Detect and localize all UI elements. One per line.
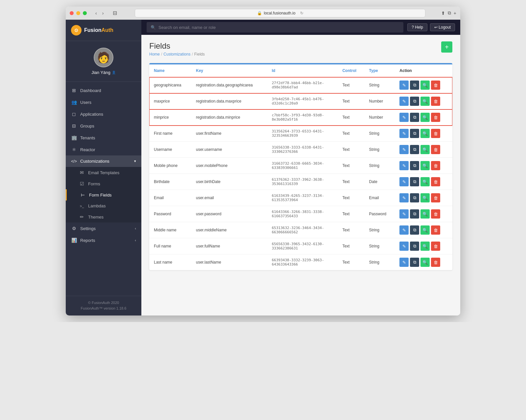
add-field-button[interactable]: +	[441, 41, 452, 53]
share-icon[interactable]: ⬆	[441, 10, 445, 16]
delete-button[interactable]: 🗑	[431, 177, 440, 186]
delete-button[interactable]: 🗑	[431, 209, 440, 219]
edit-button[interactable]: ✎	[399, 161, 409, 170]
reload-icon[interactable]: ↻	[300, 11, 303, 15]
copy-button[interactable]: ⧉	[410, 209, 419, 219]
sidebar-item-groups[interactable]: ⊟ Groups	[66, 120, 141, 132]
cell-type: String	[365, 142, 395, 158]
search-button[interactable]: 🔍	[420, 193, 430, 202]
delete-button[interactable]: 🗑	[431, 113, 440, 122]
col-type: Type	[365, 64, 395, 77]
search-button[interactable]: 🔍	[420, 161, 430, 170]
sidebar-item-tenants[interactable]: 🏢 Tenants	[66, 132, 141, 144]
delete-button[interactable]: 🗑	[431, 225, 440, 235]
search-button[interactable]: 🔍	[420, 258, 430, 267]
edit-button[interactable]: ✎	[399, 177, 409, 186]
sidebar-subitem-forms[interactable]: ☑ Forms	[66, 178, 141, 189]
titlebar: ‹ › ⊟ 🔒 local.fusionauth.io ↻ ⬆ ⧉ +	[66, 7, 460, 20]
breadcrumb-home[interactable]: Home	[149, 52, 160, 57]
copy-button[interactable]: ⧉	[410, 242, 419, 251]
topbar-buttons: ? Help ↩ Logout	[407, 23, 455, 31]
add-tab-icon[interactable]: +	[454, 10, 456, 16]
copy-button[interactable]: ⧉	[410, 225, 419, 235]
sidebar-item-dashboard[interactable]: ⊞ Dashboard	[66, 84, 141, 96]
action-buttons: ✎⧉🔍🗑	[399, 145, 448, 154]
cell-control: Text	[338, 158, 364, 174]
copy-button[interactable]: ⧉	[410, 145, 419, 154]
action-buttons: ✎⧉🔍🗑	[399, 209, 448, 219]
help-button[interactable]: ? Help	[407, 23, 427, 31]
copy-button[interactable]: ⧉	[410, 193, 419, 202]
sidebar-item-customizations[interactable]: </> Customizations ▾	[66, 155, 141, 167]
search-button[interactable]: 🔍	[420, 209, 430, 219]
edit-button[interactable]: ✎	[399, 97, 409, 106]
copy-button[interactable]: ⧉	[410, 113, 419, 122]
edit-button[interactable]: ✎	[399, 258, 409, 267]
cell-id: 3fb4d250-7c46-45b1-b476- d32d6c1c20a9	[267, 93, 338, 109]
cell-name: First name	[149, 126, 191, 142]
copy-button[interactable]: ⧉	[410, 258, 419, 267]
edit-button[interactable]: ✎	[399, 225, 409, 235]
edit-button[interactable]: ✎	[399, 129, 409, 138]
search-button[interactable]: 🔍	[420, 177, 430, 186]
delete-button[interactable]: 🗑	[431, 258, 440, 267]
edit-button[interactable]: ✎	[399, 113, 409, 122]
applications-icon: ◻	[71, 111, 77, 117]
search-button[interactable]: 🔍	[420, 145, 430, 154]
sidebar-item-reports[interactable]: 📊 Reports ‹	[66, 234, 141, 246]
delete-button[interactable]: 🗑	[431, 97, 440, 106]
maximize-btn[interactable]	[83, 11, 87, 15]
logout-button[interactable]: ↩ Logout	[430, 23, 455, 31]
col-control: Control	[338, 64, 364, 77]
copy-button[interactable]: ⧉	[410, 129, 419, 138]
cell-control: Text	[338, 142, 364, 158]
customizations-chevron-icon: ▾	[134, 159, 136, 163]
breadcrumb-customizations[interactable]: Customizations	[163, 52, 190, 57]
edit-button[interactable]: ✎	[399, 209, 409, 219]
cell-type: String	[365, 158, 395, 174]
forward-button[interactable]: ›	[100, 10, 106, 16]
sidebar-subitem-email-templates[interactable]: ✉ Email Templates	[66, 167, 141, 178]
copy-button[interactable]: ⧉	[410, 177, 419, 186]
sidebar-item-users[interactable]: 👥 Users	[66, 96, 141, 108]
copy-button[interactable]: ⧉	[410, 97, 419, 106]
search-input[interactable]	[158, 25, 399, 30]
edit-button[interactable]: ✎	[399, 81, 409, 90]
customizations-label: Customizations	[80, 159, 109, 164]
action-buttons: ✎⧉🔍🗑	[399, 242, 448, 251]
search-button[interactable]: 🔍	[420, 225, 430, 235]
url-bar[interactable]: 🔒 local.fusionauth.io ↻	[135, 9, 425, 17]
search-button[interactable]: 🔍	[420, 129, 430, 138]
table-row: Passworduser.password61643366-3266-3831-…	[149, 206, 452, 222]
delete-button[interactable]: 🗑	[431, 129, 440, 138]
edit-button[interactable]: ✎	[399, 242, 409, 251]
delete-button[interactable]: 🗑	[431, 161, 440, 170]
search-button[interactable]: 🔍	[420, 81, 430, 90]
search-button[interactable]: 🔍	[420, 113, 430, 122]
sidebar-subitem-form-fields[interactable]: ⊢ Form Fields	[66, 189, 141, 200]
cell-key: user.fullName	[191, 238, 267, 254]
edit-button[interactable]: ✎	[399, 193, 409, 202]
minimize-btn[interactable]	[76, 11, 80, 15]
sidebar-item-reactor[interactable]: ⚛ Reactor	[66, 144, 141, 155]
copy-button[interactable]: ⧉	[410, 81, 419, 90]
delete-button[interactable]: 🗑	[431, 193, 440, 202]
table-row: Usernameuser.username31656338-3333-6338-…	[149, 142, 452, 158]
logo-icon: ⊙	[71, 25, 82, 35]
delete-button[interactable]: 🗑	[431, 145, 440, 154]
delete-button[interactable]: 🗑	[431, 81, 440, 90]
copy-button[interactable]: ⧉	[410, 161, 419, 170]
search-button[interactable]: 🔍	[420, 97, 430, 106]
search-bar[interactable]: 🔍	[147, 22, 403, 33]
new-tab-icon[interactable]: ⧉	[448, 10, 451, 16]
close-btn[interactable]	[70, 11, 74, 15]
back-button[interactable]: ‹	[93, 10, 99, 16]
sidebar-subitem-themes[interactable]: ✏ Themes	[66, 211, 141, 222]
search-button[interactable]: 🔍	[420, 242, 430, 251]
sidebar-item-applications[interactable]: ◻ Applications	[66, 108, 141, 120]
delete-button[interactable]: 🗑	[431, 242, 440, 251]
sidebar-subitem-lambdas[interactable]: >_ Lambdas	[66, 200, 141, 211]
sidebar-toggle-icon[interactable]: ⊟	[111, 9, 119, 17]
sidebar-item-settings[interactable]: ⚙ Settings ‹	[66, 222, 141, 234]
edit-button[interactable]: ✎	[399, 145, 409, 154]
